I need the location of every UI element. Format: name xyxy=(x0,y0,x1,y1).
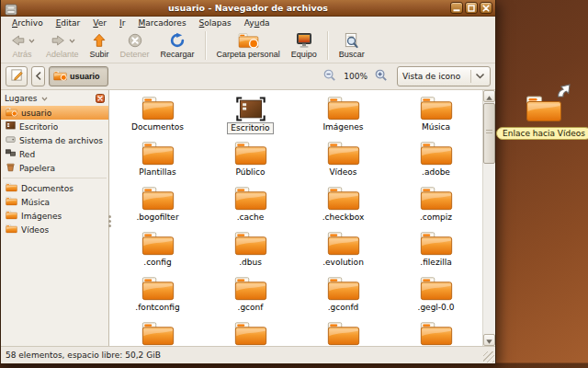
sidebar-item-papelera[interactable]: Papelera xyxy=(1,161,108,175)
file-view[interactable]: DocumentosEscritorioImágenesMúsicaPlanti… xyxy=(109,90,495,346)
search-icon xyxy=(344,32,359,51)
file-item-label: .gegl-0.0 xyxy=(415,303,458,313)
file-item-evolution[interactable]: .evolution xyxy=(297,229,390,274)
close-icon xyxy=(482,1,490,15)
pane-resize-grip[interactable] xyxy=(108,215,111,218)
menu-item-solapas[interactable]: Solapas xyxy=(193,18,238,28)
folder-icon xyxy=(141,94,175,121)
file-item-dbus[interactable]: .dbus xyxy=(204,229,297,274)
sidebar-item-imagenes[interactable]: Imágenes xyxy=(1,209,108,223)
scroll-down-button[interactable] xyxy=(483,334,495,346)
sidebar-item-videos[interactable]: Vídeos xyxy=(1,223,108,236)
file-item-filezilla[interactable]: .filezilla xyxy=(390,229,482,274)
file-item-gconf[interactable]: .gconf xyxy=(204,274,297,319)
toolbar-button-carpeta-personal[interactable]: Carpeta personal xyxy=(211,31,286,60)
file-item-fontconfig[interactable]: .fontconfig xyxy=(111,274,204,319)
file-grid: DocumentosEscritorioImágenesMúsicaPlanti… xyxy=(111,94,482,346)
file-item-gftp[interactable]: .gftp xyxy=(111,319,204,346)
vertical-scrollbar[interactable] xyxy=(482,90,495,346)
zoom-level: 100% xyxy=(344,72,368,81)
toolbar-button-label: Detener xyxy=(120,50,150,59)
view-mode-select[interactable]: Vista de icono xyxy=(397,66,491,86)
chevron-down-icon xyxy=(28,39,35,43)
desktop-icon xyxy=(236,94,266,121)
toolbar-button-detener[interactable]: Detener xyxy=(115,31,155,60)
file-item-publico[interactable]: Público xyxy=(204,139,297,184)
sidebar-item-red[interactable]: Red xyxy=(1,147,108,161)
sidebar-separator xyxy=(3,178,107,178)
toolbar-button-label: Equipo xyxy=(291,50,317,59)
resize-grip[interactable] xyxy=(483,351,494,362)
file-item-plantillas[interactable]: Plantillas xyxy=(111,139,204,184)
file-item-documentos[interactable]: Documentos xyxy=(111,94,204,139)
menu-item-ver[interactable]: Ver xyxy=(86,18,113,28)
menu-item-editar[interactable]: Editar xyxy=(50,18,87,28)
menu-item-ir[interactable]: Ir xyxy=(113,18,131,28)
toolbar-button-atras[interactable]: Atrás xyxy=(4,31,40,60)
home-small-icon xyxy=(6,107,17,119)
menu-item-ayuda[interactable]: Ayuda xyxy=(238,18,277,28)
sidebar-item-label: usuario xyxy=(21,109,51,118)
zoom-out-icon xyxy=(322,68,337,85)
menu-item-marcadores[interactable]: Marcadores xyxy=(131,18,192,28)
file-item-gconfd[interactable]: .gconfd xyxy=(297,274,390,319)
file-item-gegl-0-0[interactable]: .gegl-0.0 xyxy=(390,274,482,319)
close-button[interactable] xyxy=(480,2,492,14)
file-item-compiz[interactable]: .compiz xyxy=(390,184,482,229)
toolbar-button-equipo[interactable]: Equipo xyxy=(286,31,322,60)
file-item-musica[interactable]: Música xyxy=(390,94,482,139)
toolbar-separator xyxy=(327,31,329,60)
sidebar-item-musica[interactable]: Música xyxy=(1,195,108,209)
file-item-gimp-2-6[interactable]: .gimp-2.6 xyxy=(204,319,297,346)
view-mode-value: Vista de icono xyxy=(402,72,465,81)
title-bar[interactable]: usuario - Navegador de archivos xyxy=(1,0,495,17)
toolbar-button-recargar[interactable]: Recargar xyxy=(155,31,200,60)
breadcrumb-scroll-left-button[interactable] xyxy=(31,66,45,86)
file-item-imagenes[interactable]: Imágenes xyxy=(297,94,390,139)
sidebar-item-documentos[interactable]: Documentos xyxy=(1,181,108,195)
scroll-up-button[interactable] xyxy=(483,90,495,102)
file-item-label: .compiz xyxy=(417,213,455,223)
file-item-cache[interactable]: .cache xyxy=(204,184,297,229)
file-item-gnome2[interactable]: .gnome2 xyxy=(297,319,390,346)
refresh-icon xyxy=(169,32,186,51)
file-item-config[interactable]: .config xyxy=(111,229,204,274)
folder-icon xyxy=(327,184,360,212)
window-content: Lugares usuarioEscritorioSistema de arch… xyxy=(1,89,495,346)
zoom-out-button[interactable] xyxy=(322,67,338,86)
places-dropdown[interactable]: Lugares xyxy=(5,94,93,103)
desktop-link-label: Enlace hacia Vídeos xyxy=(496,127,588,140)
minimize-button[interactable] xyxy=(450,2,463,14)
window-title: usuario - Navegador de archivos xyxy=(168,3,328,13)
breadcrumb-usuario[interactable]: usuario xyxy=(49,66,108,86)
link-arrow-icon xyxy=(555,82,571,102)
zoom-in-button[interactable] xyxy=(373,67,390,86)
desktop-link-videos[interactable]: Enlace hacia Vídeos xyxy=(503,94,584,140)
zoom-in-icon xyxy=(374,68,389,85)
file-item-checkbox[interactable]: .checkbox xyxy=(297,184,390,229)
toolbar-button-adelante[interactable]: Adelante xyxy=(40,31,85,60)
edit-location-icon xyxy=(10,68,24,85)
sidebar-item-escritorio[interactable]: Escritorio xyxy=(1,120,108,133)
location-bar: usuario 100% Vista de icono xyxy=(1,63,495,89)
toolbar-button-subir[interactable]: Subir xyxy=(85,31,115,60)
file-item-videos[interactable]: Vídeos xyxy=(297,139,390,184)
folder-icon xyxy=(141,229,175,257)
scrollbar-thumb[interactable] xyxy=(483,103,495,164)
maximize-button[interactable] xyxy=(465,2,478,14)
sidebar-item-usuario[interactable]: usuario xyxy=(1,106,108,120)
file-item-gnome2-private[interactable]: .gnome2-private xyxy=(390,319,482,346)
folder-icon xyxy=(420,94,453,121)
folder-small-icon xyxy=(6,224,17,236)
toolbar-button-buscar[interactable]: Buscar xyxy=(334,31,370,60)
desktop[interactable]: { "window": { "title": "usuario - Navega… xyxy=(0,0,588,368)
edit-location-button[interactable] xyxy=(6,66,28,86)
file-item-bogofilter[interactable]: .bogofilter xyxy=(111,184,204,229)
file-item-adobe[interactable]: .adobe xyxy=(390,139,482,184)
folder-icon xyxy=(420,229,453,257)
menu-item-archivo[interactable]: Archivo xyxy=(6,18,50,28)
sidebar-close-button[interactable] xyxy=(96,89,105,107)
file-item-escritorio[interactable]: Escritorio xyxy=(204,94,297,139)
file-item-label: Imágenes xyxy=(320,122,366,132)
sidebar-item-sistema-de-archivos[interactable]: Sistema de archivos xyxy=(1,133,108,147)
